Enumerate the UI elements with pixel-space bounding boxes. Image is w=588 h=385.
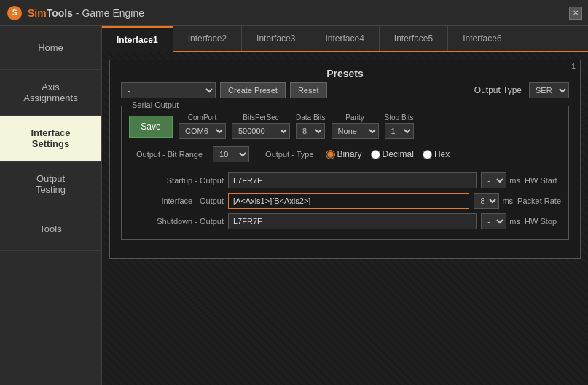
bit-range-label: Output - Bit Range	[136, 150, 203, 159]
data-bits-group: Data Bits 8	[296, 114, 326, 139]
com-port-dropdown[interactable]: COM6	[179, 123, 226, 139]
output-fields: Startup - Output - ms HW Start	[129, 170, 561, 232]
shutdown-output-input[interactable]	[228, 213, 477, 229]
startup-ms-dropdown[interactable]: -	[481, 172, 506, 188]
interface-ms-group: 8 ms	[474, 193, 513, 209]
interface-ms-dropdown[interactable]: 8	[474, 193, 499, 209]
tab-interface2[interactable]: Interface2	[173, 26, 242, 51]
data-bits-dropdown[interactable]: 8	[296, 123, 325, 139]
output-row-interface: Interface - Output 8 ms Packet Rate	[129, 193, 561, 209]
save-button[interactable]: Save	[129, 116, 173, 138]
com-port-label: ComPort	[179, 114, 226, 122]
create-preset-button[interactable]: Create Preset	[220, 82, 286, 98]
serial-output-legend: Serial Output	[129, 100, 181, 109]
close-button[interactable]: ✕	[569, 7, 582, 20]
radio-hex[interactable]: Hex	[423, 149, 450, 159]
tab-interface1[interactable]: Interface1	[102, 26, 173, 52]
inner-panel: 1 Presets - Create Preset Reset O	[109, 60, 581, 259]
presets-title: Presets	[121, 68, 569, 79]
radio-decimal-label: Decimal	[383, 149, 414, 159]
sidebar-item-tools[interactable]: Tools	[0, 207, 101, 251]
presets-row: - Create Preset Reset Output Type SER	[121, 82, 569, 98]
tab-interface5[interactable]: Interface5	[380, 26, 448, 51]
parity-group: Parity None	[332, 114, 379, 139]
sidebar: Home Axis Assignments Interface Settings…	[0, 26, 102, 385]
startup-hw-label: HW Start	[525, 176, 561, 185]
sidebar-item-interface-settings[interactable]: Interface Settings	[0, 116, 101, 162]
output-row-startup: Startup - Output - ms HW Start	[129, 172, 561, 188]
interface-output-input[interactable]	[228, 193, 469, 209]
app-title: SimTools - Game Engine	[28, 7, 144, 19]
serial-top-row: Save ComPort COM6 BitsPerSec 500000	[129, 114, 561, 139]
interface-ms-label: ms	[502, 197, 513, 205]
startup-output-label: Startup - Output	[129, 176, 224, 185]
sidebar-item-home[interactable]: Home	[0, 26, 101, 70]
output-type-dropdown[interactable]: SER	[529, 82, 569, 98]
bps-dropdown[interactable]: 500000	[232, 123, 290, 139]
shutdown-ms-dropdown[interactable]: -	[481, 213, 506, 229]
tab-interface4[interactable]: Interface4	[310, 26, 379, 51]
presets-section: Presets - Create Preset Reset Output Typ…	[121, 68, 569, 98]
interface-hw-label: Packet Rate	[517, 197, 561, 205]
output-type-radio-group: Binary Decimal Hex	[326, 149, 450, 159]
sidebar-item-axis-assignments[interactable]: Axis Assignments	[0, 70, 101, 116]
serial-output-box: Serial Output Save ComPort COM6 BitsPerS…	[121, 106, 569, 240]
startup-output-input[interactable]	[228, 172, 477, 188]
output-type-row-label: Output - Type	[265, 150, 313, 159]
parity-dropdown[interactable]: None	[332, 123, 379, 139]
tab-bar: Interface1 Interface2 Interface3 Interfa…	[102, 26, 588, 52]
tab-interface6[interactable]: Interface6	[448, 26, 517, 51]
bps-label: BitsPerSec	[232, 114, 290, 122]
startup-ms-label: ms	[509, 176, 520, 185]
radio-binary-input[interactable]	[326, 150, 335, 159]
panel-number: 1	[571, 62, 576, 71]
bit-range-dropdown[interactable]: 10	[213, 146, 249, 162]
presets-left: - Create Preset Reset	[121, 82, 327, 98]
reset-button[interactable]: Reset	[290, 82, 327, 98]
radio-hex-input[interactable]	[423, 150, 432, 159]
stop-bits-dropdown[interactable]: 1	[385, 123, 414, 139]
startup-ms-group: - ms	[481, 172, 520, 188]
bps-group: BitsPerSec 500000	[232, 114, 290, 139]
stop-bits-group: Stop Bits 1	[385, 114, 414, 139]
com-port-group: ComPort COM6	[179, 114, 226, 139]
radio-binary[interactable]: Binary	[326, 149, 362, 159]
shutdown-ms-group: - ms	[481, 213, 520, 229]
main-layout: Home Axis Assignments Interface Settings…	[0, 26, 588, 385]
radio-decimal-input[interactable]	[371, 150, 380, 159]
content-area: Interface1 Interface2 Interface3 Interfa…	[102, 26, 588, 385]
radio-decimal[interactable]: Decimal	[371, 149, 414, 159]
stop-bits-label: Stop Bits	[385, 114, 414, 122]
main-panel: 1 Presets - Create Preset Reset O	[102, 52, 588, 385]
bit-range-row: Output - Bit Range 10 Output - Type Bina…	[129, 146, 561, 162]
presets-dropdown[interactable]: -	[121, 82, 216, 98]
output-type-label: Output Type	[474, 85, 522, 95]
data-bits-label: Data Bits	[296, 114, 326, 122]
parity-label: Parity	[332, 114, 379, 122]
sidebar-item-output-testing[interactable]: Output Testing	[0, 162, 101, 207]
interface-output-label: Interface - Output	[129, 197, 224, 205]
presets-right: Output Type SER	[474, 82, 569, 98]
shutdown-output-label: Shutdown - Output	[129, 217, 224, 226]
shutdown-ms-label: ms	[509, 217, 520, 226]
app-logo: S	[7, 6, 22, 20]
radio-hex-label: Hex	[434, 149, 450, 159]
radio-binary-label: Binary	[337, 149, 362, 159]
title-bar: S SimTools - Game Engine ✕	[0, 0, 588, 26]
shutdown-hw-label: HW Stop	[525, 217, 561, 226]
tab-interface3[interactable]: Interface3	[242, 26, 310, 51]
output-row-shutdown: Shutdown - Output - ms HW Stop	[129, 213, 561, 229]
